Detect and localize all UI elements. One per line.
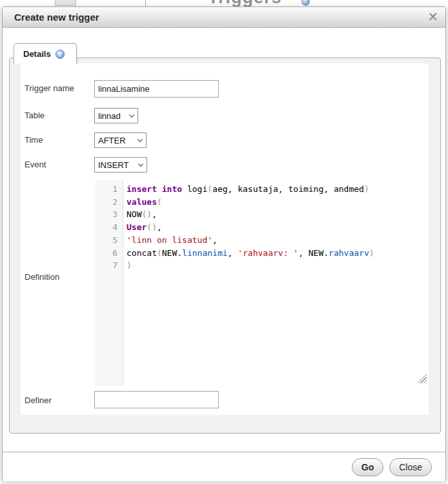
table-select[interactable]: linnad [94, 108, 138, 123]
form-panel: Trigger name Table linnad Time AFTER Eve… [21, 63, 429, 415]
trigger-name-input[interactable] [94, 80, 219, 98]
time-select[interactable]: AFTER [94, 132, 147, 148]
chevron-down-icon [138, 161, 143, 166]
tab-details[interactable]: Details ? [14, 43, 77, 64]
tab-details-label: Details [23, 49, 51, 59]
code-line: User(), [127, 221, 429, 234]
line-number: 4 [95, 221, 123, 234]
definition-editor[interactable]: 1234567 insert into logi(aeg, kasutaja, … [95, 180, 429, 386]
close-button[interactable]: Close [389, 458, 432, 476]
editor-code: insert into logi(aeg, kasutaja, toiming,… [124, 180, 429, 386]
definer-input[interactable] [94, 391, 219, 408]
background-tab-fragment [55, 0, 76, 6]
background-divider [145, 0, 146, 6]
event-select-value: INSERT [98, 160, 139, 170]
event-select[interactable]: INSERT [94, 157, 147, 173]
background-help-icon [301, 0, 310, 6]
dialog-buttonpane: Go Close [3, 452, 445, 481]
chevron-down-icon [137, 136, 143, 142]
line-number: 3 [95, 208, 123, 221]
line-number: 1 [95, 183, 123, 196]
background-page: Triggers [0, 0, 448, 6]
time-label: Time [25, 135, 43, 145]
definer-label: Definer [25, 395, 52, 405]
code-line: ) [127, 259, 429, 272]
line-number: 2 [95, 196, 123, 209]
close-icon[interactable]: ✕ [427, 7, 438, 27]
code-line: values( [127, 196, 429, 209]
table-select-value: linnad [98, 111, 130, 121]
chevron-down-icon [129, 112, 134, 117]
code-line: insert into logi(aeg, kasutaja, toiming,… [127, 183, 429, 196]
create-trigger-dialog: Create new trigger ✕ Details ? Trigger n… [2, 6, 446, 481]
background-page-heading: Triggers [208, 0, 282, 6]
details-fieldset: Trigger name Table linnad Time AFTER Eve… [9, 58, 441, 434]
help-icon[interactable]: ? [56, 50, 65, 59]
editor-gutter: 1234567 [95, 180, 123, 386]
code-line: concat(NEW.linnanimi, 'rahvaarv: ', NEW.… [127, 247, 429, 260]
go-button[interactable]: Go [352, 458, 383, 476]
code-line: NOW(), [127, 208, 429, 221]
event-label: Event [25, 160, 46, 169]
line-number: 7 [95, 259, 123, 272]
line-number: 5 [95, 234, 123, 247]
definition-label: Definition [25, 272, 59, 282]
dialog-titlebar: Create new trigger ✕ [3, 7, 445, 28]
table-label: Table [25, 110, 45, 120]
line-number: 6 [95, 247, 123, 260]
dialog-title: Create new trigger [3, 7, 99, 27]
code-line: 'linn on lisatud', [127, 234, 429, 247]
time-select-value: AFTER [98, 136, 138, 145]
trigger-name-label: Trigger name [25, 83, 74, 93]
